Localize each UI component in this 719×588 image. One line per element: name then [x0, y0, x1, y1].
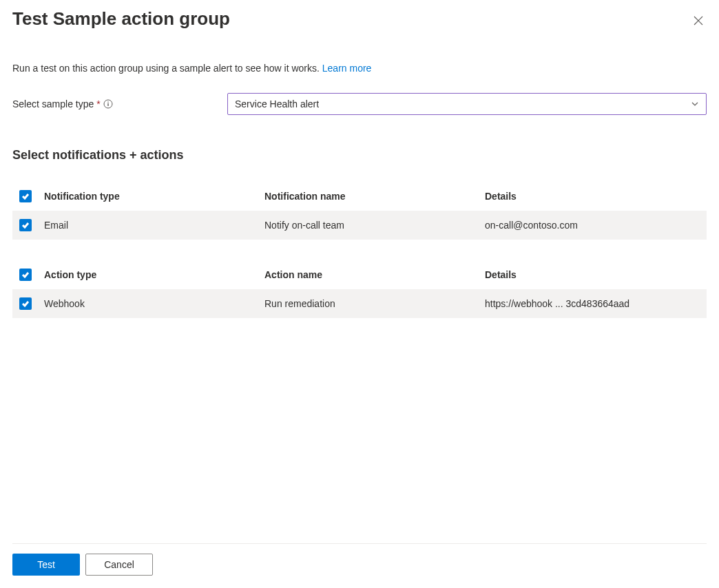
actions-header-name: Action name — [264, 269, 485, 280]
notification-name-cell: Notify on-call team — [264, 220, 485, 231]
svg-point-1 — [107, 101, 109, 103]
svg-rect-2 — [107, 103, 108, 106]
learn-more-link[interactable]: Learn more — [322, 63, 372, 74]
sample-type-select[interactable]: Service Health alert — [227, 93, 707, 115]
action-details-cell: https://webhook ... 3cd483664aad — [485, 298, 700, 309]
actions-table: Action type Action name Details Webhook … — [12, 260, 707, 318]
table-row: Webhook Run remediation https://webhook … — [12, 289, 707, 318]
notification-row-checkbox[interactable] — [19, 219, 32, 231]
notifications-select-all-checkbox[interactable] — [19, 190, 32, 202]
cancel-button[interactable]: Cancel — [85, 554, 153, 576]
actions-header-type: Action type — [44, 269, 264, 280]
notification-type-cell: Email — [44, 220, 264, 231]
chevron-down-icon — [691, 100, 699, 108]
footer-bar: Test Cancel — [12, 543, 707, 576]
required-asterisk: * — [96, 98, 100, 109]
notifications-header-details: Details — [485, 191, 700, 202]
notifications-table: Notification type Notification name Deta… — [12, 182, 707, 240]
action-type-cell: Webhook — [44, 298, 264, 309]
notifications-header-type: Notification type — [44, 191, 264, 202]
section-title: Select notifications + actions — [12, 148, 707, 162]
panel-title: Test Sample action group — [12, 8, 230, 30]
table-row: Email Notify on-call team on-call@contos… — [12, 211, 707, 240]
sample-type-value: Service Health alert — [235, 98, 319, 109]
close-icon — [694, 16, 703, 25]
action-name-cell: Run remediation — [264, 298, 485, 309]
actions-select-all-checkbox[interactable] — [19, 269, 32, 281]
description-text: Run a test on this action group using a … — [12, 63, 707, 74]
actions-header-details: Details — [485, 269, 700, 280]
sample-type-row: Select sample type * Service Health aler… — [12, 93, 707, 115]
description-body: Run a test on this action group using a … — [12, 63, 322, 74]
notifications-header-name: Notification name — [264, 191, 485, 202]
close-button[interactable] — [690, 12, 707, 29]
info-icon[interactable] — [103, 99, 113, 109]
sample-type-label: Select sample type — [12, 98, 94, 109]
notification-details-cell: on-call@contoso.com — [485, 220, 700, 231]
actions-header-row: Action type Action name Details — [12, 260, 707, 289]
test-button[interactable]: Test — [12, 554, 80, 576]
notifications-header-row: Notification type Notification name Deta… — [12, 182, 707, 211]
action-row-checkbox[interactable] — [19, 297, 32, 310]
